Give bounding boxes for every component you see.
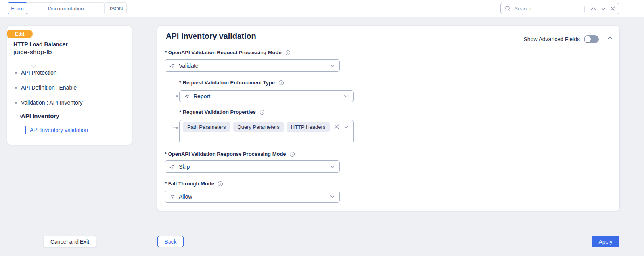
enforcement-type-select[interactable]: Report <box>179 90 354 102</box>
sidebar-item-api-inventory[interactable]: API Inventory <box>21 113 59 120</box>
select-value: Allow <box>179 193 330 200</box>
branch-icon <box>169 164 175 170</box>
tree-dot <box>15 72 17 74</box>
sidebar-item-api-inventory-validation[interactable]: API Inventory validation <box>30 126 88 134</box>
info-icon[interactable] <box>278 80 284 86</box>
tree-line <box>16 68 16 113</box>
tree-dot <box>15 87 17 89</box>
label-text: * OpenAPI Validation Request Processing … <box>165 50 282 56</box>
tab-json[interactable]: JSON <box>104 2 127 14</box>
chip-query-parameters: Query Parameters <box>233 122 284 132</box>
sidebar-item-api-definition[interactable]: API Definition : Enable <box>21 84 77 91</box>
topbar: Form Documentation JSON <box>0 0 644 17</box>
info-icon[interactable] <box>285 50 291 55</box>
edit-badge: Edit <box>7 30 33 38</box>
toggle-knob <box>585 36 591 42</box>
validation-properties-multiselect[interactable]: Path Parameters Query Parameters HTTP He… <box>179 120 354 143</box>
sidebar-item-validation[interactable]: Validation : API Inventory <box>21 99 82 106</box>
collapse-section-icon[interactable] <box>608 36 613 40</box>
tree-dot <box>15 102 17 104</box>
label-text: * Fall Through Mode <box>165 181 214 187</box>
chevron-down-icon <box>330 165 335 168</box>
screen: Form Documentation JSON Edit HTTP Load B… <box>0 0 644 256</box>
chevron-down-icon <box>344 125 349 128</box>
field-label-fall-through-mode: * Fall Through Mode <box>165 181 223 187</box>
search-next-icon[interactable] <box>598 7 608 10</box>
field-label-enforcement-type: * Request Validation Enforcement Type <box>179 80 284 86</box>
request-processing-mode-select[interactable]: Validate <box>165 59 340 72</box>
field-label-request-processing-mode: * OpenAPI Validation Request Processing … <box>165 50 291 56</box>
label-text: * Request Validation Enforcement Type <box>179 80 275 86</box>
label-text: * Request Validation Properties <box>179 109 256 115</box>
clear-selection-icon[interactable] <box>334 124 339 129</box>
chip-http-headers: HTTP Headers <box>287 122 330 132</box>
tree-elbow <box>16 113 19 116</box>
cancel-and-exit-button[interactable]: Cancel and Exit <box>43 236 96 247</box>
active-item-bar <box>25 126 26 134</box>
search-box <box>500 3 619 14</box>
info-icon[interactable] <box>259 109 265 115</box>
nested-connector-branch <box>171 96 176 96</box>
view-tabs: Form Documentation JSON <box>8 2 127 14</box>
connector-dot <box>176 95 178 97</box>
search-clear-icon[interactable] <box>608 6 615 11</box>
response-processing-mode-select[interactable]: Skip <box>165 160 340 173</box>
sidebar-divider <box>7 66 132 66</box>
select-value: Validate <box>179 63 330 69</box>
field-label-validation-properties: * Request Validation Properties <box>179 109 265 115</box>
search-icon <box>505 6 511 12</box>
info-icon[interactable] <box>218 181 223 187</box>
chip-path-parameters: Path Parameters <box>183 122 230 132</box>
branch-icon <box>184 93 190 99</box>
search-divider <box>584 6 585 12</box>
branch-icon <box>169 193 175 200</box>
connector-dot <box>176 127 178 129</box>
select-value: Report <box>194 93 344 99</box>
chevron-down-icon <box>330 64 335 67</box>
nested-connector-line <box>171 72 176 128</box>
tab-documentation[interactable]: Documentation <box>27 2 105 14</box>
form-section-panel: API Inventory validation Show Advanced F… <box>157 26 619 211</box>
select-value: Skip <box>179 164 330 170</box>
wizard-sidebar: Edit HTTP Load Balancer juice-shop-lb AP… <box>7 26 132 145</box>
advanced-fields-label: Show Advanced Fields <box>523 36 580 42</box>
object-type-label: HTTP Load Balancer <box>13 41 68 48</box>
back-button[interactable]: Back <box>157 236 184 247</box>
field-label-response-processing-mode: * OpenAPI Validation Response Processing… <box>165 151 295 157</box>
selected-chips: Path Parameters Query Parameters HTTP He… <box>183 122 350 132</box>
divider-notch-icon <box>31 63 36 68</box>
chevron-down-icon <box>344 95 349 98</box>
object-name: juice-shop-lb <box>13 48 52 56</box>
info-icon[interactable] <box>289 151 295 157</box>
search-input[interactable] <box>514 6 583 11</box>
label-text: * OpenAPI Validation Response Processing… <box>165 151 286 157</box>
sidebar-item-api-protection[interactable]: API Protection <box>21 69 57 76</box>
section-title: API Inventory validation <box>166 32 256 41</box>
advanced-fields-toggle[interactable] <box>584 35 599 43</box>
tab-form[interactable]: Form <box>8 2 27 14</box>
search-prev-icon[interactable] <box>588 7 598 10</box>
branch-icon <box>169 63 175 69</box>
fall-through-mode-select[interactable]: Allow <box>165 191 340 203</box>
chevron-down-icon <box>330 195 335 198</box>
apply-button[interactable]: Apply <box>592 236 619 247</box>
